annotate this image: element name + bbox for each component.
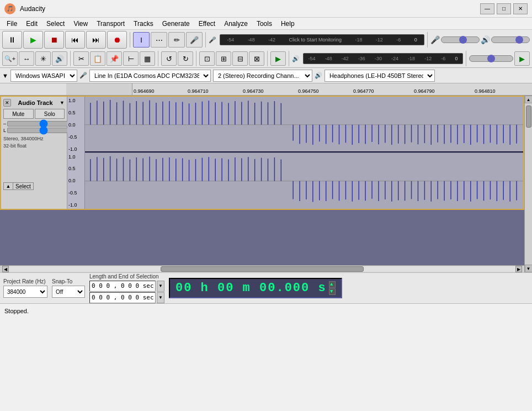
- time-up-button[interactable]: ▲: [329, 281, 336, 288]
- trim-button[interactable]: ⊢: [123, 51, 139, 66]
- menu-edit[interactable]: Edit: [22, 19, 42, 29]
- record-button[interactable]: ⏺: [107, 31, 127, 49]
- track-select-arrow[interactable]: ▲: [3, 182, 13, 190]
- mute-button[interactable]: Mute: [3, 109, 34, 119]
- solo-button[interactable]: Solo: [35, 109, 65, 119]
- menu-generate[interactable]: Generate: [158, 19, 194, 29]
- play-button[interactable]: ▶: [23, 31, 43, 49]
- start-time-dropdown[interactable]: ▼: [157, 281, 164, 292]
- menu-effect[interactable]: Effect: [194, 19, 220, 29]
- audio-track: ✕ Audio Track ▼ Mute Solo – + L R: [0, 96, 524, 210]
- menu-analyze[interactable]: Analyze: [220, 19, 252, 29]
- ruler-tick-4: 0.964770: [353, 88, 374, 94]
- stop-button[interactable]: ⏹: [44, 31, 64, 49]
- vertical-scrollbar[interactable]: ▲ ▼: [524, 96, 532, 272]
- close-button[interactable]: ✕: [513, 3, 528, 14]
- undo-button[interactable]: ↺: [161, 51, 177, 66]
- status-bar: Stopped.: [0, 303, 532, 318]
- time-spinners[interactable]: ▲ ▼: [329, 281, 336, 295]
- separator-1: [130, 32, 130, 48]
- api-select[interactable]: Windows WASAPI: [10, 70, 77, 82]
- waveform-bottom-svg: [85, 153, 523, 209]
- menu-help[interactable]: Help: [276, 19, 299, 29]
- menu-transport[interactable]: Transport: [92, 19, 129, 29]
- app-icon: 🎵: [4, 3, 15, 14]
- pause-button[interactable]: ⏸: [2, 31, 22, 49]
- menu-tracks[interactable]: Tracks: [129, 19, 158, 29]
- zoom-sel-button[interactable]: ⊞: [216, 51, 231, 66]
- vscroll-thumb[interactable]: [526, 106, 531, 128]
- track-select-button[interactable]: Select: [13, 182, 34, 190]
- minimize-button[interactable]: —: [480, 3, 494, 14]
- play-at-speed2-button[interactable]: ▶: [514, 51, 530, 66]
- snap-to-select[interactable]: Off: [52, 286, 85, 298]
- separator-2: [205, 32, 206, 48]
- horizontal-scrollbar[interactable]: ◀ ▶: [0, 265, 524, 272]
- input-volume-group: 🎤: [430, 35, 480, 44]
- separator-3: [427, 32, 428, 48]
- zoom-in-button[interactable]: 🔍+: [2, 51, 18, 66]
- end-time-dropdown[interactable]: ▼: [157, 292, 164, 303]
- end-time-input[interactable]: [89, 292, 156, 303]
- menu-tools[interactable]: Tools: [252, 19, 276, 29]
- channel-top: [85, 97, 523, 153]
- track-close-button[interactable]: ✕: [3, 99, 11, 107]
- zoom-out-button[interactable]: ⊟: [232, 51, 248, 66]
- maximize-button[interactable]: □: [497, 3, 511, 14]
- click-to-monitor[interactable]: Click to Start Monitoring: [289, 37, 342, 43]
- cut-button[interactable]: ✂: [73, 51, 89, 66]
- playback-speed-slider[interactable]: [469, 55, 513, 62]
- scroll-down-button[interactable]: ▼: [525, 265, 533, 272]
- ruler-tick-5: 0.964790: [414, 88, 435, 94]
- envelope-tool-button[interactable]: ⋯: [151, 32, 167, 48]
- tracks-panel: ✕ Audio Track ▼ Mute Solo – + L R: [0, 96, 524, 272]
- play-speed-button[interactable]: ▶: [270, 51, 286, 66]
- mic-tool-button[interactable]: 🎤: [186, 32, 203, 48]
- ruler-inner[interactable]: 0.964690 0.964710 0.964730 0.964750 0.96…: [132, 83, 532, 95]
- input-vu-meter[interactable]: -54-48-42 Click to Start Monitoring -18-…: [220, 34, 424, 45]
- output-tool-button[interactable]: 🔊: [52, 51, 67, 66]
- start-time-input[interactable]: [89, 281, 156, 292]
- device-toolbar: ▼ Windows WASAPI 🎤 Line In (E1DA Cosmos …: [0, 68, 532, 83]
- selection-group: Length and End of Selection ▼ ▼: [89, 273, 164, 303]
- menu-file[interactable]: File: [2, 19, 22, 29]
- warp-button[interactable]: ✳: [35, 51, 51, 66]
- zoom-fit-button[interactable]: ⊡: [199, 51, 215, 66]
- time-display-text: 00 h 00 m 00.000 s: [175, 281, 327, 295]
- select-tool-button[interactable]: I: [133, 32, 150, 48]
- scroll-up-button[interactable]: ▲: [525, 96, 533, 103]
- app-title: Audacity: [20, 5, 480, 13]
- copy-button[interactable]: 📋: [90, 51, 105, 66]
- separator-9: [466, 51, 466, 66]
- title-bar: 🎵 Audacity — □ ✕: [0, 0, 532, 18]
- project-rate-select[interactable]: 384000: [3, 286, 47, 298]
- menu-select[interactable]: Select: [42, 19, 69, 29]
- input-device-select[interactable]: Line In (E1DA Cosmos ADC PCM32/384): [89, 70, 211, 82]
- skip-end-button[interactable]: ⏭: [86, 31, 106, 49]
- scroll-left-button[interactable]: ◀: [2, 266, 9, 272]
- time-display[interactable]: 00 h 00 m 00.000 s ▲ ▼: [169, 278, 342, 298]
- draw-tool-button[interactable]: ✏: [168, 32, 185, 48]
- paste-button[interactable]: 📌: [107, 51, 122, 66]
- output-volume-slider[interactable]: [491, 36, 530, 43]
- skip-start-button[interactable]: ⏮: [65, 31, 85, 49]
- menu-view[interactable]: View: [69, 19, 92, 29]
- channels-select[interactable]: 2 (Stereo) Recording Chann...: [213, 70, 312, 82]
- output-vu-meter[interactable]: -54-48-42-36-30-24-18-12-60: [303, 53, 463, 64]
- empty-track-area: [0, 210, 524, 265]
- track-dropdown-icon[interactable]: ▼: [60, 100, 65, 106]
- output-device-select[interactable]: Headphones (LE-HD 450BT Stereo): [324, 70, 435, 82]
- time-down-button[interactable]: ▼: [329, 288, 336, 295]
- scrollbar-thumb[interactable]: [161, 266, 363, 272]
- track-waveform[interactable]: 1.0 0.5 0.0 -0.5 -1.0 1.0 0.5 0.0 -0.5 -…: [67, 97, 523, 209]
- scrollbar-track[interactable]: [9, 266, 515, 272]
- multi-tool-button[interactable]: ↔: [19, 51, 34, 66]
- silence-button[interactable]: ▦: [140, 51, 155, 66]
- mute-solo-controls: Mute Solo: [3, 109, 65, 119]
- timeline-ruler: 0.964690 0.964710 0.964730 0.964750 0.96…: [0, 83, 532, 96]
- zoom-norm-button[interactable]: ⊠: [249, 51, 264, 66]
- scroll-right-button[interactable]: ▶: [515, 266, 522, 272]
- input-volume-slider[interactable]: [441, 36, 480, 43]
- pan-left-label: L: [3, 128, 6, 133]
- redo-button[interactable]: ↻: [178, 51, 193, 66]
